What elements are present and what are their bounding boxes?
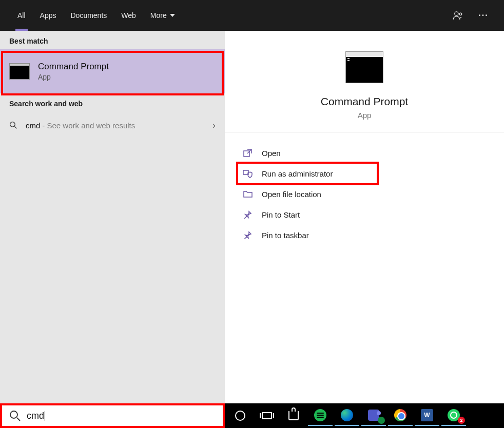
chevron-right-icon: › [212, 120, 216, 131]
search-filter-bar: All Apps Documents Web More ··· [0, 0, 504, 31]
action-pin-taskbar[interactable]: Pin to taskbar [240, 225, 489, 245]
status-available-badge [378, 417, 385, 424]
svg-point-0 [455, 12, 458, 15]
result-title: Command Prompt [38, 62, 109, 72]
taskbar: W 2 [225, 403, 504, 428]
task-view-icon [262, 412, 272, 419]
filter-web[interactable]: Web [114, 0, 143, 31]
chrome-icon [394, 409, 406, 421]
spotify-icon [314, 409, 326, 421]
web-query-text: cmd [26, 121, 40, 130]
pin-icon [242, 209, 254, 220]
svg-point-2 [10, 122, 15, 127]
svg-point-6 [10, 411, 17, 418]
detail-panel: Command Prompt App Open Run as administr… [225, 31, 504, 403]
edge-icon [341, 409, 353, 421]
taskbar-edge[interactable] [335, 405, 359, 426]
chevron-down-icon [170, 14, 175, 17]
cortana-icon [235, 411, 245, 421]
taskbar-word[interactable]: W [415, 405, 439, 426]
search-web-header: Search work and web [0, 93, 225, 112]
action-run-admin-label: Run as administrator [262, 169, 333, 178]
taskbar-teams[interactable] [361, 405, 386, 426]
search-icon [9, 410, 21, 421]
command-prompt-icon [9, 63, 30, 80]
taskbar-task-view[interactable] [255, 405, 279, 426]
action-pin-start-label: Pin to Start [262, 210, 300, 219]
filter-more-label: More [150, 11, 167, 20]
search-input-box[interactable]: cmd [0, 403, 225, 428]
search-input-text: cmd [27, 411, 44, 421]
folder-icon [242, 189, 254, 199]
svg-line-3 [14, 126, 16, 128]
svg-point-1 [459, 13, 462, 15]
web-hint-text: - See work and web results [42, 121, 135, 130]
shield-admin-icon [242, 168, 254, 179]
results-panel: Best match Command Prompt App Search wor… [0, 31, 225, 403]
action-open-label: Open [262, 149, 281, 158]
taskbar-chrome[interactable] [388, 405, 413, 426]
detail-title: Command Prompt [321, 95, 408, 108]
store-icon [288, 411, 299, 420]
action-open-file-location[interactable]: Open file location [240, 184, 489, 204]
search-web-result[interactable]: cmd - See work and web results › [0, 112, 225, 139]
svg-line-7 [17, 418, 20, 421]
best-match-header: Best match [0, 31, 225, 49]
filter-documents[interactable]: Documents [63, 0, 114, 31]
filter-all[interactable]: All [10, 0, 33, 31]
action-run-administrator[interactable]: Run as administrator [240, 163, 489, 184]
action-pin-start[interactable]: Pin to Start [240, 204, 489, 225]
result-subtitle: App [38, 73, 109, 81]
taskbar-spotify[interactable] [308, 405, 333, 426]
filter-more[interactable]: More [143, 0, 182, 31]
taskbar-cortana[interactable] [228, 405, 253, 426]
word-icon: W [421, 409, 433, 421]
open-icon [242, 148, 254, 158]
feedback-people-icon[interactable] [453, 11, 473, 20]
action-open-loc-label: Open file location [262, 190, 321, 199]
best-match-result[interactable]: Command Prompt App [0, 49, 225, 93]
search-icon [9, 121, 17, 129]
notification-badge: 2 [458, 417, 465, 424]
taskbar-store[interactable] [281, 405, 306, 426]
command-prompt-icon-large [345, 51, 383, 83]
action-pin-taskbar-label: Pin to taskbar [262, 231, 309, 240]
pin-taskbar-icon [242, 230, 254, 240]
filter-apps[interactable]: Apps [33, 0, 64, 31]
taskbar-whatsapp[interactable]: 2 [441, 405, 466, 426]
detail-subtitle: App [358, 111, 372, 120]
action-open[interactable]: Open [240, 143, 489, 163]
more-options-icon[interactable]: ··· [473, 11, 494, 20]
